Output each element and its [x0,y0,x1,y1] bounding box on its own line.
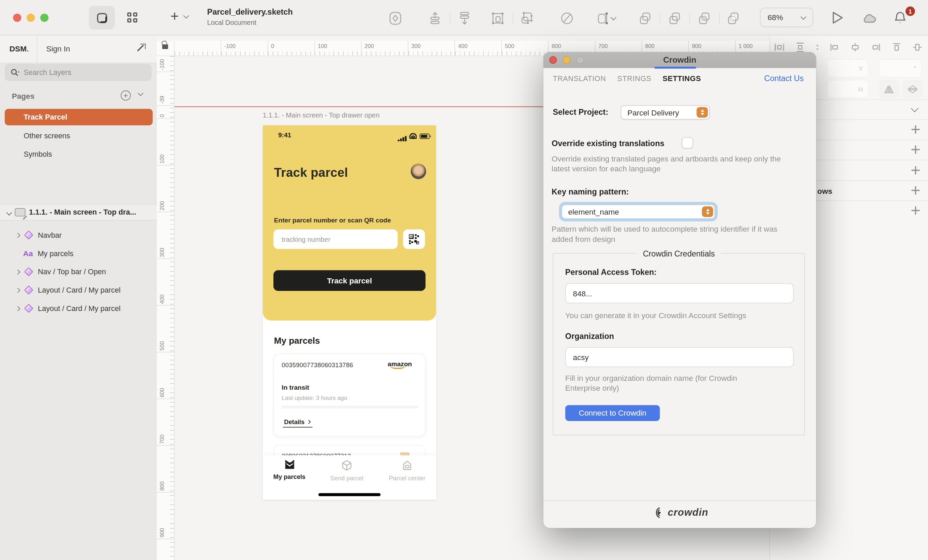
ruler-mark: -100 [157,72,174,72]
search-layers-input[interactable]: Search Layers [5,64,152,81]
layer-row-card-2[interactable]: Layout / Card / My parcel [0,299,157,318]
add-inner-shadow-button[interactable] [911,206,919,215]
chevron-right-icon[interactable] [15,306,20,311]
details-link[interactable]: Details [283,418,313,428]
envelope-icon [284,460,295,470]
create-symbol-button[interactable] [388,11,403,26]
zoom-window-button[interactable] [40,14,49,22]
group-button[interactable] [490,11,505,26]
home-indicator [318,493,380,496]
sign-in-button[interactable]: Sign In [46,44,70,53]
organization-input[interactable] [565,347,794,367]
track-parcel-button[interactable]: Track parcel [273,270,426,291]
add-border-button[interactable] [911,166,919,174]
scan-qr-button[interactable] [403,230,425,249]
section-collapse-icon[interactable] [911,105,919,113]
toolbar-separator [689,13,690,23]
nav-send-parcel[interactable]: Send parcel [320,460,373,481]
layer-row-nav-top-bar[interactable]: Nav / Top bar / Open [0,263,157,281]
tracking-number-input[interactable]: tracking number [273,230,398,249]
key-pattern-dropdown[interactable]: element_name [562,205,715,219]
y-position-field[interactable]: Y [827,59,868,78]
move-forward-button[interactable] [427,11,443,26]
open-panel-icon[interactable] [138,44,146,52]
distribute-vertical-icon[interactable] [795,43,805,52]
nav-parcel-center[interactable]: Parcel center [380,460,433,481]
ungroup-button[interactable] [520,11,535,26]
align-left-icon[interactable] [830,43,839,52]
override-checkbox[interactable] [682,137,693,149]
sidebar-page-symbols[interactable]: Symbols [5,146,153,163]
artboard-tree-label: 1.1.1. - Main screen - Top dra... [29,208,136,216]
select-project-dropdown[interactable]: Parcel Delivery [621,105,710,120]
difference-button[interactable] [725,11,741,26]
minimize-button[interactable] [27,14,35,22]
signal-icon [398,136,406,142]
resize-button[interactable] [593,11,617,26]
add-page-button[interactable]: + [121,91,131,101]
collapse-pages-icon[interactable] [138,90,143,96]
preview-play-button[interactable] [830,10,845,26]
avatar[interactable] [411,164,426,179]
chevron-down-icon [610,15,616,20]
height-field[interactable]: H [827,80,868,98]
layer-tree-header[interactable]: 1.1.1. - Main screen - Top dra... [0,204,157,221]
grid-view-button[interactable] [120,6,146,29]
artboard-title[interactable]: 1.1.1. - Main screen - Top drawer open [263,112,380,119]
align-middle-v-icon[interactable] [913,43,922,52]
token-help-text: You can generate it in your Crowdin Acco… [565,310,746,321]
subtract-button[interactable] [667,11,682,26]
layer-row-card-1[interactable]: Layout / Card / My parcel [0,281,157,300]
toolbar-separator [719,13,720,23]
align-right-icon[interactable] [871,43,881,52]
tab-strings[interactable]: STRINGS [617,75,651,83]
add-fill-button[interactable] [911,145,919,154]
align-center-h-icon[interactable] [851,43,860,52]
symbol-icon [24,285,34,295]
cloud-sync-button[interactable] [862,11,877,26]
chevron-right-icon[interactable] [15,233,20,238]
token-input[interactable] [565,283,794,303]
move-backward-button[interactable] [457,11,472,26]
sidebar-page-track-parcel[interactable]: Track Parcel [5,109,153,125]
phone-screen-title: Track parcel [274,166,348,180]
contact-us-link[interactable]: Contact Us [764,74,804,83]
connect-to-crowdin-button[interactable]: Connect to Crowdin [565,405,660,421]
parcel-card[interactable]: 00359007738060313786 amazon In transit L… [273,354,426,436]
tab-settings[interactable]: SETTINGS [663,75,701,83]
union-button[interactable] [638,11,653,26]
flip-vertical-button[interactable] [902,80,923,98]
chevron-down-icon [6,210,12,215]
layer-row-my-parcels[interactable]: Aa My parcels [0,244,157,263]
parcel-status: In transit [282,384,309,391]
distribute-horizontal-icon[interactable] [775,43,784,52]
canvas-view-button[interactable] [89,6,114,29]
zoom-level-dropdown[interactable]: 68% [760,8,813,27]
chevron-right-icon[interactable] [15,288,20,292]
rotate-button[interactable] [559,11,574,26]
layer-row-navbar[interactable]: Navbar [0,226,157,244]
ruler-mark: 600 [157,399,174,399]
ruler-mark: 0 [268,41,275,56]
dsm-tab[interactable]: DSM. [9,44,29,53]
insert-button[interactable]: + [171,9,188,24]
vertical-ruler: -100 -39 0 100 200 300 400 500 600 700 8… [157,56,174,560]
plugin-titlebar[interactable]: Crowdin [543,52,816,68]
add-style-button[interactable] [911,125,919,134]
chevron-right-icon[interactable] [15,269,20,274]
ruler-corner[interactable] [157,41,174,56]
sidebar-page-other-screens[interactable]: Other screens [5,128,153,145]
credentials-fieldset: Crowdin Credentials Personal Access Toke… [553,253,805,435]
align-top-icon[interactable] [892,43,901,52]
rotation-field[interactable]: ° [879,59,922,78]
ruler-mark: 0 [157,118,174,119]
intersect-button[interactable] [696,11,712,26]
artboard-main-screen[interactable]: 9:41 Track parcel Enter parcel number or… [263,125,437,500]
add-icon: + [171,9,179,24]
close-button[interactable] [13,14,21,22]
flip-horizontal-button[interactable] [879,80,899,98]
add-shadow-button[interactable] [911,186,919,195]
tab-translation[interactable]: TRANSLATION [553,75,606,83]
nav-my-parcels[interactable]: My parcels [263,460,316,480]
ruler-mark: 800 [157,492,174,493]
